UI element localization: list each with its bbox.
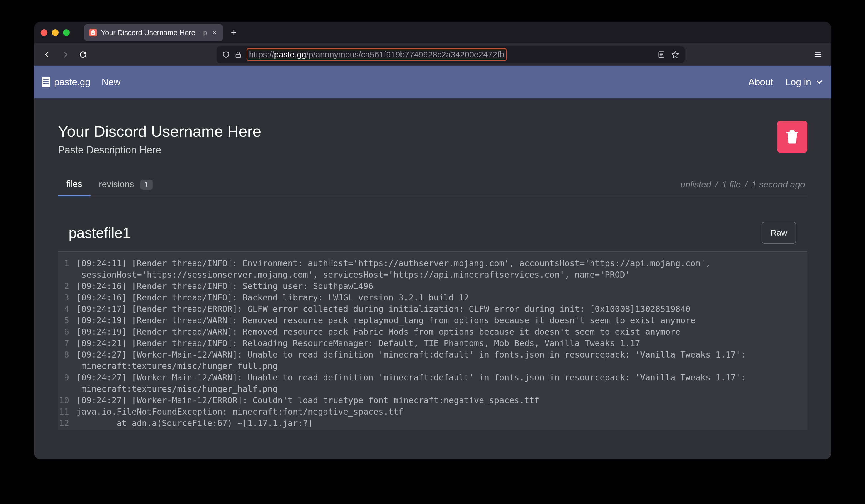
code-line: [09:24:19] [Render thread/WARN]: Removed… xyxy=(76,315,807,326)
page-description: Paste Description Here xyxy=(58,144,807,156)
reader-mode-icon[interactable] xyxy=(657,51,665,58)
clipboard-icon xyxy=(89,29,97,36)
paste-meta: unlisted / 1 file / 1 second ago xyxy=(681,179,807,196)
delete-button[interactable] xyxy=(777,120,807,153)
clipboard-icon xyxy=(42,77,50,87)
code-lines[interactable]: [09:24:11] [Render thread/INFO]: Environ… xyxy=(71,258,807,430)
tab-revisions[interactable]: revisions 1 xyxy=(91,173,161,196)
code-line: [09:24:27] [Worker-Main-12/WARN]: Unable… xyxy=(76,372,807,395)
nav-new-link[interactable]: New xyxy=(102,77,120,87)
window-maximize-button[interactable] xyxy=(63,29,70,36)
code-line: [09:24:27] [Worker-Main-12/ERROR]: Could… xyxy=(76,395,807,406)
browser-toolbar: https:// paste.gg /p/anonymous/ca561f919… xyxy=(34,44,831,66)
svg-rect-3 xyxy=(92,33,94,33)
code-line: [09:24:19] [Render thread/WARN]: Removed… xyxy=(76,326,807,338)
nav-about-link[interactable]: About xyxy=(749,77,773,87)
code-line: java.io.FileNotFoundException: minecraft… xyxy=(76,406,807,418)
site-navbar: paste.gg New About Log in xyxy=(34,66,831,98)
page-title: Your Discord Username Here xyxy=(58,122,807,140)
reload-button[interactable] xyxy=(77,48,89,61)
close-icon[interactable]: × xyxy=(211,28,218,37)
url-scheme: https:// xyxy=(249,50,274,59)
url-highlight-box: https:// paste.gg /p/anonymous/ca561f919… xyxy=(246,48,507,61)
svg-rect-4 xyxy=(92,33,94,34)
brand-link[interactable]: paste.gg xyxy=(42,77,90,87)
nav-login-label: Log in xyxy=(785,77,811,87)
svg-marker-10 xyxy=(672,51,678,58)
bookmark-icon[interactable] xyxy=(671,51,679,58)
url-host: paste.gg xyxy=(274,50,306,59)
browser-window: Your Discord Username Here · p × + xyxy=(34,22,831,459)
line-numbers: 12345678910111213 xyxy=(58,258,71,430)
window-close-button[interactable] xyxy=(41,29,47,36)
code-line: [09:24:21] [Render thread/INFO]: Reloadi… xyxy=(76,338,807,349)
code-area: 12345678910111213 [09:24:11] [Render thr… xyxy=(58,252,807,430)
url-bar[interactable]: https:// paste.gg /p/anonymous/ca561f919… xyxy=(217,46,685,63)
meta-visibility: unlisted xyxy=(681,179,711,189)
paste-tabs: files revisions 1 unlisted / 1 file / 1 … xyxy=(58,173,807,196)
plus-icon: + xyxy=(231,27,237,38)
code-line: [09:24:16] [Render thread/INFO]: Backend… xyxy=(76,292,807,303)
trash-icon xyxy=(786,129,799,144)
page-content: paste.gg New About Log in Your Discord U… xyxy=(34,66,831,459)
tab-files-label: files xyxy=(66,179,82,189)
code-line: [09:24:27] [Worker-Main-12/WARN]: Unable… xyxy=(76,349,807,372)
code-line: at adn.a(SourceFile:67) ~[1.17.1.jar:?] xyxy=(76,418,807,429)
raw-button-label: Raw xyxy=(771,228,787,237)
revisions-count-badge: 1 xyxy=(140,179,153,190)
window-controls xyxy=(41,29,70,36)
nav-login-dropdown[interactable]: Log in xyxy=(785,77,823,87)
shield-icon[interactable] xyxy=(222,51,230,58)
brand-text: paste.gg xyxy=(54,77,90,87)
meta-age: 1 second ago xyxy=(752,179,805,189)
meta-files: 1 file xyxy=(722,179,741,189)
tab-revisions-label: revisions xyxy=(99,179,134,189)
browser-tab[interactable]: Your Discord Username Here · p × xyxy=(84,24,223,41)
forward-button[interactable] xyxy=(59,48,71,61)
tab-title-suffix: · p xyxy=(199,28,207,37)
file-card: pastefile1 Raw 12345678910111213 [09:24:… xyxy=(58,222,807,430)
new-tab-button[interactable]: + xyxy=(228,27,240,38)
code-line: [09:24:17] [Render thread/ERROR]: GLFW e… xyxy=(76,303,807,315)
app-menu-button[interactable] xyxy=(812,48,824,61)
svg-rect-1 xyxy=(92,30,94,31)
meta-sep: / xyxy=(743,179,749,189)
svg-rect-5 xyxy=(236,54,240,58)
chevron-down-icon xyxy=(815,78,823,86)
window-minimize-button[interactable] xyxy=(52,29,58,36)
tab-files[interactable]: files xyxy=(58,173,91,196)
raw-button[interactable]: Raw xyxy=(762,222,796,244)
code-line: at adz.a(SourceFile:62) ~[1.17.1.jar:?] xyxy=(76,429,807,430)
meta-sep: / xyxy=(714,179,719,189)
browser-tabstrip: Your Discord Username Here · p × + xyxy=(34,22,831,44)
code-line: [09:24:16] [Render thread/INFO]: Setting… xyxy=(76,280,807,292)
tab-title: Your Discord Username Here xyxy=(101,28,195,37)
url-path: /p/anonymous/ca561f919b7749928c2a34200e2… xyxy=(306,50,504,59)
code-line: [09:24:11] [Render thread/INFO]: Environ… xyxy=(76,258,807,280)
back-button[interactable] xyxy=(41,48,54,61)
file-name: pastefile1 xyxy=(58,224,131,241)
lock-icon[interactable] xyxy=(234,51,242,58)
